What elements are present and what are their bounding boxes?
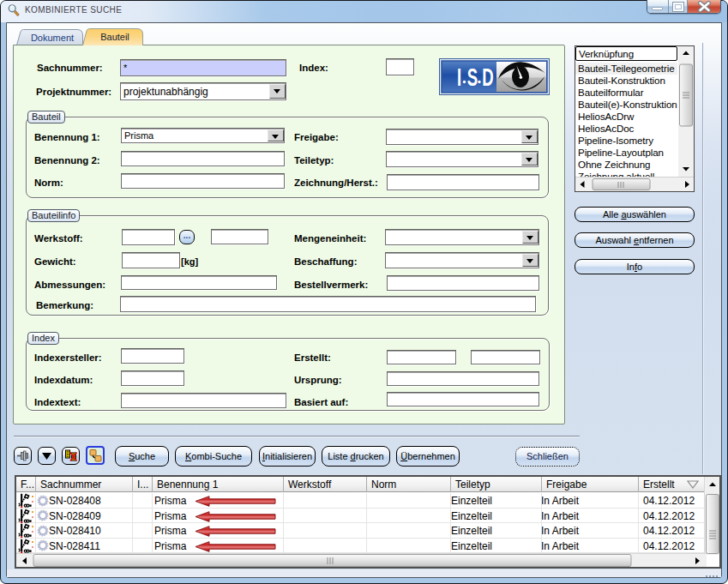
svg-text:Dokument: Dokument [31,33,74,43]
svg-text:Bauteil: Bauteil [100,32,129,42]
svg-text:S: S [467,62,478,91]
svg-text:I: I [457,62,461,91]
svg-text:D: D [482,62,493,91]
